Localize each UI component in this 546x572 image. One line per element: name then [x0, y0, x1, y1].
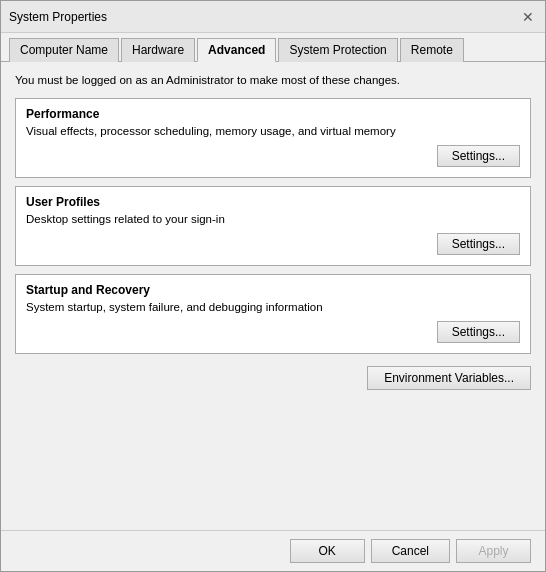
user-profiles-title: User Profiles — [26, 195, 520, 209]
tab-hardware[interactable]: Hardware — [121, 38, 195, 62]
startup-recovery-title: Startup and Recovery — [26, 283, 520, 297]
performance-settings-button[interactable]: Settings... — [437, 145, 520, 167]
user-profiles-settings-button[interactable]: Settings... — [437, 233, 520, 255]
performance-desc: Visual effects, processor scheduling, me… — [26, 125, 520, 137]
env-variables-row: Environment Variables... — [15, 366, 531, 390]
ok-button[interactable]: OK — [290, 539, 365, 563]
startup-recovery-desc: System startup, system failure, and debu… — [26, 301, 520, 313]
window-title: System Properties — [9, 10, 107, 24]
apply-button[interactable]: Apply — [456, 539, 531, 563]
performance-section: Performance Visual effects, processor sc… — [15, 98, 531, 178]
title-bar: System Properties ✕ — [1, 1, 545, 33]
startup-recovery-section: Startup and Recovery System startup, sys… — [15, 274, 531, 354]
cancel-button[interactable]: Cancel — [371, 539, 450, 563]
admin-notice: You must be logged on as an Administrato… — [15, 74, 531, 86]
performance-footer: Settings... — [26, 145, 520, 167]
tab-bar: Computer Name Hardware Advanced System P… — [1, 33, 545, 62]
system-properties-window: System Properties ✕ Computer Name Hardwa… — [0, 0, 546, 572]
dialog-footer: OK Cancel Apply — [1, 530, 545, 571]
tab-computer-name[interactable]: Computer Name — [9, 38, 119, 62]
user-profiles-footer: Settings... — [26, 233, 520, 255]
tab-advanced[interactable]: Advanced — [197, 38, 276, 62]
environment-variables-button[interactable]: Environment Variables... — [367, 366, 531, 390]
tab-remote[interactable]: Remote — [400, 38, 464, 62]
startup-recovery-footer: Settings... — [26, 321, 520, 343]
tab-system-protection[interactable]: System Protection — [278, 38, 397, 62]
user-profiles-desc: Desktop settings related to your sign-in — [26, 213, 520, 225]
content-area: You must be logged on as an Administrato… — [1, 62, 545, 530]
performance-title: Performance — [26, 107, 520, 121]
user-profiles-section: User Profiles Desktop settings related t… — [15, 186, 531, 266]
startup-recovery-settings-button[interactable]: Settings... — [437, 321, 520, 343]
close-button[interactable]: ✕ — [519, 8, 537, 26]
